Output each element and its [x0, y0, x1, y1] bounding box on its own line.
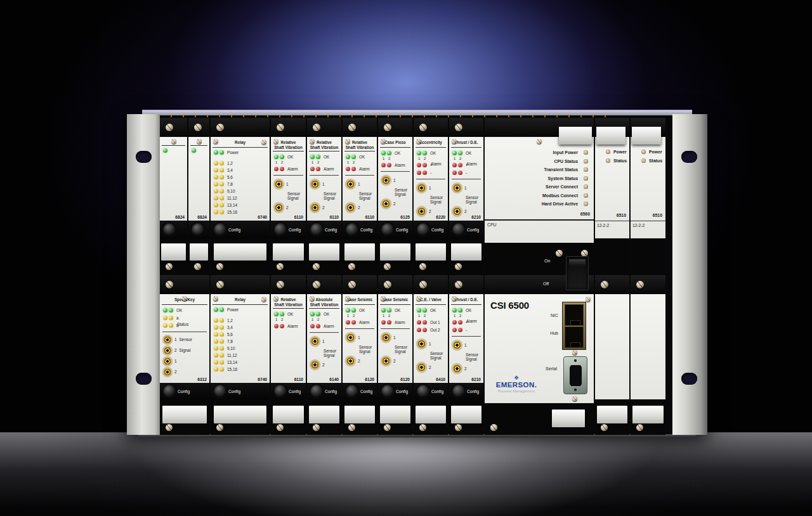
led-yellow: [214, 161, 218, 165]
ejector-tab[interactable]: [190, 243, 209, 261]
led-label: 1,2: [227, 161, 233, 165]
ejector-tab[interactable]: [416, 243, 447, 261]
bnc-row: 1: [449, 339, 483, 352]
ejector-tab[interactable]: [380, 406, 411, 423]
led-label: 11,12: [227, 196, 237, 200]
bnc-label: Sensor: [180, 337, 192, 342]
text-line: Sensor: [395, 345, 412, 349]
ejector-tab[interactable]: [273, 406, 304, 423]
led-yellow: [219, 168, 224, 172]
bnc-row: 2: [307, 358, 341, 371]
ejector-tab[interactable]: [309, 406, 340, 423]
led-row: [160, 147, 187, 154]
ejector-tab[interactable]: [451, 243, 482, 261]
module-top-strip: [271, 275, 306, 294]
led-yellow: [214, 210, 218, 214]
model-number: 6110: [294, 377, 303, 382]
ejector-tab[interactable]: [632, 127, 661, 145]
bnc-connector: [381, 333, 391, 342]
ethernet-jack-block: [562, 302, 586, 350]
led-index-row: 12: [449, 157, 483, 161]
ejector-tab[interactable]: [344, 406, 376, 423]
led-row: Alarm: [378, 318, 412, 326]
ejector-tab[interactable]: [559, 127, 592, 145]
led-row: +Alarm: [414, 161, 448, 169]
power-rocker-switch[interactable]: [566, 256, 589, 290]
bnc-row: 2: [160, 366, 209, 377]
led-green: [452, 308, 457, 313]
ejector-tab[interactable]: [214, 243, 267, 261]
ejector-tab[interactable]: [416, 406, 447, 423]
cpu-status-row: Input Power: [485, 148, 594, 157]
led-label: 5,6: [227, 175, 233, 179]
screw-icon: [419, 424, 426, 431]
ejector-tab[interactable]: [597, 406, 628, 423]
bnc-row: 1: [378, 174, 412, 187]
sensor-signal-label: SensorSignal: [343, 191, 377, 200]
bnc-row: 1: [378, 331, 412, 344]
led-green: [452, 151, 457, 155]
bnc-connector: [274, 179, 284, 189]
ejector-tab[interactable]: [309, 243, 340, 261]
power-switch-area: On Off: [538, 246, 614, 293]
led-green: [274, 155, 278, 159]
led-yellow: [219, 182, 224, 186]
screw-icon: [455, 263, 462, 270]
bnc-label: 1: [322, 182, 325, 186]
module-top-strip: [343, 275, 377, 294]
screw-icon: [452, 139, 457, 144]
led-label: OK: [395, 308, 400, 313]
led-row: 5,6: [211, 174, 270, 181]
ejector-tab[interactable]: [451, 406, 482, 423]
led-row: Alarm: [343, 318, 377, 326]
bnc-connector: [163, 357, 172, 366]
screw-icon: [166, 263, 173, 270]
bnc-connector: [310, 203, 320, 212]
module-faceplate: 6824: [160, 137, 187, 221]
led-yellow: [214, 168, 218, 172]
bnc-label: 2: [322, 205, 325, 210]
led-yellow: [214, 203, 218, 207]
bnc-label: 2: [464, 366, 467, 371]
status-led: [584, 184, 588, 189]
sensor-signal-label: SensorSignal: [271, 191, 306, 200]
led-index-row: 12: [414, 157, 448, 161]
led-label: Power: [227, 150, 239, 155]
ejector-tab[interactable]: [273, 243, 304, 261]
led-red: [458, 163, 462, 167]
led-label: -: [466, 328, 467, 332]
ejector-tab[interactable]: [214, 406, 267, 423]
led-green: [280, 155, 284, 159]
config-section: Config: [343, 221, 377, 238]
ejector-tab[interactable]: [344, 243, 376, 261]
led-green: [280, 312, 284, 316]
ejector-tab[interactable]: [162, 406, 207, 423]
divider-line: [381, 328, 410, 329]
divider-line: [345, 328, 374, 329]
ejector-tab[interactable]: [380, 243, 411, 261]
bnc-row: 2: [414, 361, 448, 374]
led-row: OK: [378, 149, 412, 157]
led-green: [310, 312, 315, 316]
config-section: Config: [211, 221, 270, 238]
ejector-tab[interactable]: [161, 243, 186, 261]
module-title-line: Shaft Vibration: [273, 302, 304, 307]
ejector-tab[interactable]: [596, 127, 625, 145]
led-index: 1: [381, 314, 386, 318]
led-index-row: 12: [271, 160, 306, 165]
led-yellow: [219, 339, 224, 344]
config-section: Config: [414, 221, 448, 238]
led-green: [219, 307, 224, 312]
config-port: [192, 223, 204, 236]
ejector-tab[interactable]: [552, 410, 585, 427]
model-number: 6120: [400, 377, 410, 382]
led-row: OK: [449, 149, 483, 157]
screw-icon: [313, 124, 320, 131]
module-faceplate: RelayPower1,23,45,67,89,1011,1213,1415,1…: [211, 294, 270, 383]
led-row: [188, 147, 209, 154]
ejector-tab[interactable]: [632, 406, 664, 423]
led-row: 1,2: [211, 317, 270, 324]
screw-icon: [345, 296, 350, 301]
bnc-connector: [274, 203, 284, 212]
status-led: [584, 202, 588, 206]
